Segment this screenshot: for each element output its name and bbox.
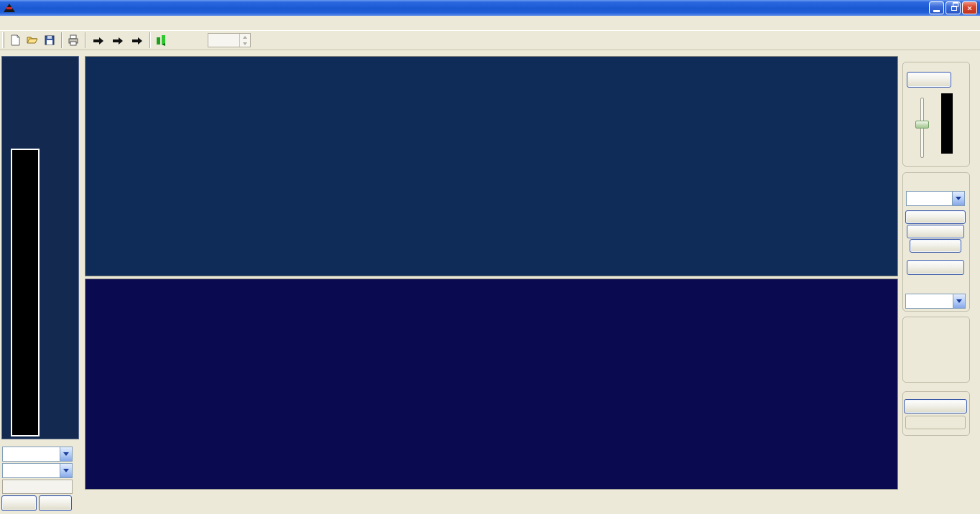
title-bar: ✕	[0, 0, 980, 16]
response-speed-select[interactable]	[2, 447, 73, 462]
print-icon	[67, 34, 80, 47]
open-folder-icon	[26, 34, 39, 47]
new-file-button[interactable]	[6, 32, 24, 49]
print-button[interactable]	[65, 32, 82, 49]
restore-icon	[953, 2, 958, 7]
rt60-button[interactable]	[907, 260, 964, 275]
output-vu-meter	[941, 93, 953, 154]
align-delay-button[interactable]	[904, 399, 967, 413]
overlay-group	[902, 317, 970, 383]
chevron-down-icon	[60, 464, 72, 477]
spinner-arrows[interactable]	[239, 34, 250, 47]
arrow-right-icon	[131, 37, 143, 45]
chevron-down-icon	[60, 447, 72, 461]
chevron-down-icon	[952, 192, 964, 205]
weighting-select[interactable]	[2, 463, 73, 478]
restore-button[interactable]	[946, 1, 961, 14]
level-meter-icon[interactable]	[153, 32, 170, 49]
scale-select[interactable]	[906, 191, 965, 206]
waterfall-mode-select[interactable]	[905, 294, 966, 309]
close-icon: ✕	[967, 3, 972, 13]
goto-both-button[interactable]	[127, 31, 147, 50]
arrow-right-icon	[93, 37, 104, 45]
raw-button[interactable]	[910, 239, 961, 253]
close-button[interactable]: ✕	[962, 1, 977, 14]
spl-response-chart	[85, 56, 898, 276]
goto-room-analyzer-button[interactable]	[88, 31, 108, 50]
menu-bar	[0, 16, 980, 30]
app-window: ✕	[0, 0, 980, 514]
minimize-button[interactable]	[929, 1, 944, 14]
goto-rta-button[interactable]	[108, 31, 127, 50]
spin-down-icon	[243, 42, 247, 45]
new-file-icon	[9, 34, 22, 47]
arrow-right-icon	[112, 37, 124, 45]
minimize-icon	[933, 10, 940, 12]
save-icon	[43, 34, 56, 47]
anechoic-button[interactable]	[905, 210, 966, 224]
toolbar-grip	[2, 32, 4, 48]
app-logo-icon	[4, 3, 15, 13]
measure-button[interactable]	[907, 72, 951, 88]
output-slider-thumb[interactable]	[915, 121, 929, 128]
spin-up-icon	[243, 36, 247, 39]
waterfall-3d-chart	[85, 279, 898, 490]
open-file-button[interactable]	[24, 32, 41, 49]
level-spinner[interactable]	[208, 33, 251, 47]
level-meter-panel	[1, 56, 79, 439]
save-button[interactable]	[41, 32, 58, 49]
toolbar	[0, 30, 980, 50]
elapsed-time	[2, 480, 73, 494]
pause-button[interactable]	[39, 495, 72, 511]
reset-button[interactable]	[1, 495, 37, 511]
auto-align-button[interactable]	[905, 416, 966, 429]
chevron-down-icon	[953, 294, 965, 308]
spl-meter-bar	[11, 149, 40, 436]
ambient-button[interactable]	[907, 225, 964, 238]
